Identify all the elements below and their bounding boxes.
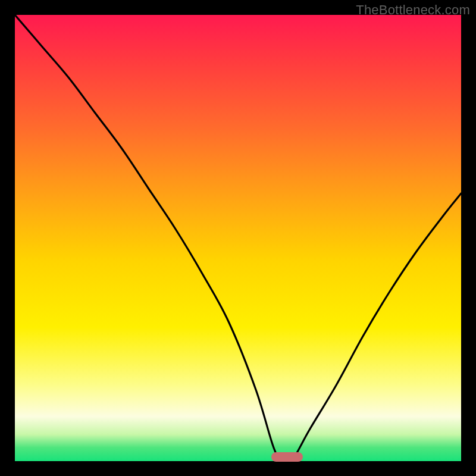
curve-svg (15, 15, 461, 461)
plot-area (15, 15, 461, 461)
chart-container: TheBottleneck.com (0, 0, 476, 476)
optimal-marker (271, 452, 303, 462)
bottleneck-curve-path (15, 15, 461, 461)
watermark-text: TheBottleneck.com (356, 2, 470, 18)
